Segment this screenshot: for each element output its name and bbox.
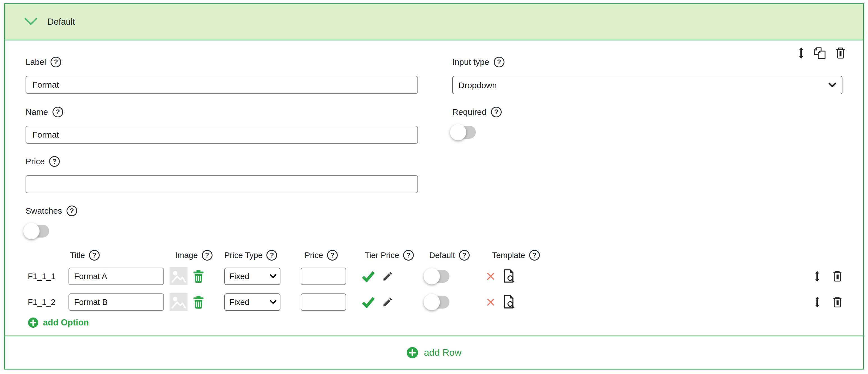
option-row-id: F1_1_1 bbox=[26, 263, 68, 289]
remove-template-x-icon[interactable] bbox=[486, 297, 495, 307]
option-form: Label ? Input type ? Dropdown bbox=[26, 56, 842, 238]
duplicate-group-icon[interactable] bbox=[813, 46, 826, 60]
remove-template-x-icon[interactable] bbox=[486, 272, 495, 281]
help-icon[interactable]: ? bbox=[51, 57, 61, 67]
option-group-panel: Default bbox=[4, 3, 864, 370]
delete-option-icon[interactable] bbox=[832, 297, 842, 308]
option-price-input[interactable] bbox=[301, 293, 346, 311]
price-type-select[interactable]: Fixed bbox=[224, 293, 280, 311]
plus-circle-icon bbox=[406, 347, 418, 359]
option-row-id: F1_1_2 bbox=[26, 289, 68, 315]
delete-image-icon[interactable] bbox=[193, 296, 205, 309]
required-toggle[interactable] bbox=[452, 126, 476, 139]
help-icon[interactable]: ? bbox=[327, 250, 338, 260]
option-price-input[interactable] bbox=[301, 268, 346, 285]
required-field-label: Required bbox=[452, 107, 487, 117]
price-field-label: Price bbox=[26, 157, 44, 166]
name-field-group: Name ? bbox=[26, 106, 418, 144]
default-toggle[interactable] bbox=[426, 270, 450, 283]
help-icon[interactable]: ? bbox=[49, 156, 60, 167]
help-icon[interactable]: ? bbox=[89, 250, 100, 260]
help-icon[interactable]: ? bbox=[491, 107, 502, 117]
price-field-group: Price ? bbox=[26, 156, 418, 193]
options-table: Title ? Image ? Price Type ? Price ? Tie… bbox=[26, 247, 842, 315]
delete-image-icon[interactable] bbox=[193, 270, 205, 283]
add-row-button[interactable]: add Row bbox=[406, 347, 462, 359]
edit-tier-price-pencil-icon[interactable] bbox=[382, 271, 393, 282]
edit-tier-price-pencil-icon[interactable] bbox=[382, 297, 393, 308]
tier-price-check-icon bbox=[362, 271, 375, 282]
add-option-label: add Option bbox=[43, 317, 89, 328]
preview-template-icon[interactable] bbox=[502, 295, 515, 309]
collapse-chevron-icon[interactable] bbox=[24, 18, 37, 26]
name-field-label: Name bbox=[26, 107, 48, 117]
swatches-toggle[interactable] bbox=[26, 225, 49, 238]
help-icon[interactable]: ? bbox=[66, 206, 77, 216]
col-header-image: Image ? bbox=[169, 247, 224, 263]
help-icon[interactable]: ? bbox=[494, 57, 504, 67]
col-header-title: Title ? bbox=[68, 247, 169, 263]
image-upload-placeholder[interactable] bbox=[169, 267, 188, 285]
add-option-button[interactable]: add Option bbox=[28, 317, 89, 328]
default-toggle[interactable] bbox=[426, 296, 450, 309]
help-icon[interactable]: ? bbox=[267, 250, 277, 260]
plus-circle-icon bbox=[28, 317, 38, 328]
col-header-price-type: Price Type ? bbox=[224, 247, 301, 263]
group-footer: add Row bbox=[5, 336, 863, 369]
input-type-field-group: Input type ? Dropdown bbox=[452, 56, 842, 94]
move-option-icon[interactable] bbox=[814, 271, 820, 282]
input-type-field-label: Input type bbox=[452, 57, 489, 67]
required-field-group: Required ? bbox=[452, 106, 842, 144]
group-toolbar bbox=[798, 46, 846, 60]
swatches-field-group: Swatches ? bbox=[26, 205, 418, 238]
delete-option-icon[interactable] bbox=[832, 271, 842, 282]
add-row-label: add Row bbox=[424, 347, 462, 358]
col-header-template: Template ? bbox=[486, 247, 531, 263]
label-input[interactable] bbox=[26, 76, 418, 94]
col-header-default: Default ? bbox=[422, 247, 486, 263]
help-icon[interactable]: ? bbox=[202, 250, 213, 260]
group-title: Default bbox=[48, 17, 75, 27]
label-field-group: Label ? bbox=[26, 56, 418, 94]
move-group-icon[interactable] bbox=[798, 47, 804, 59]
swatches-field-label: Swatches bbox=[26, 206, 62, 216]
move-option-icon[interactable] bbox=[814, 297, 820, 308]
delete-group-icon[interactable] bbox=[835, 47, 846, 59]
preview-template-icon[interactable] bbox=[502, 269, 515, 283]
image-upload-placeholder[interactable] bbox=[169, 293, 188, 311]
help-icon[interactable]: ? bbox=[403, 250, 414, 260]
option-title-input[interactable] bbox=[68, 268, 164, 285]
group-body: Label ? Input type ? Dropdown bbox=[5, 40, 863, 336]
name-input[interactable] bbox=[26, 126, 418, 144]
help-icon[interactable]: ? bbox=[53, 107, 63, 117]
label-field-label: Label bbox=[26, 57, 46, 67]
price-type-select[interactable]: Fixed bbox=[224, 268, 280, 285]
help-icon[interactable]: ? bbox=[459, 250, 470, 260]
price-input[interactable] bbox=[26, 175, 418, 193]
option-title-input[interactable] bbox=[68, 293, 164, 311]
tier-price-check-icon bbox=[362, 297, 375, 308]
col-header-price: Price ? bbox=[301, 247, 362, 263]
col-header-tier-price: Tier Price ? bbox=[362, 247, 422, 263]
group-header[interactable]: Default bbox=[5, 4, 863, 40]
input-type-select[interactable]: Dropdown bbox=[452, 76, 842, 94]
